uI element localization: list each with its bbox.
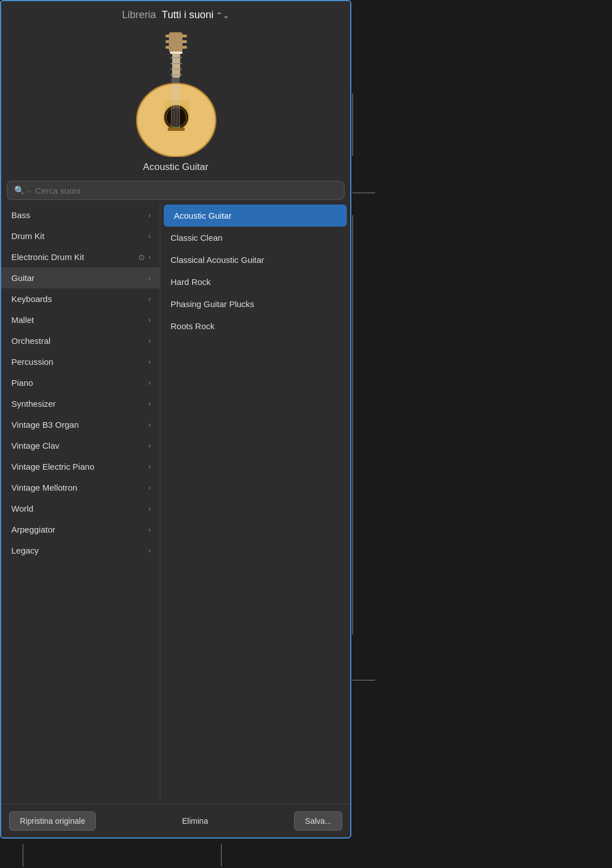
category-label-keyboards: Keyboards xyxy=(11,294,52,304)
category-right-vintage-b3-organ: › xyxy=(148,420,151,429)
category-item-vintage-electric-piano[interactable]: Vintage Electric Piano› xyxy=(1,456,160,477)
category-item-world[interactable]: World› xyxy=(1,498,160,519)
chevron-right-icon-guitar: › xyxy=(148,274,151,282)
dropdown-label: Tutti i suoni xyxy=(162,9,213,21)
category-item-legacy[interactable]: Legacy› xyxy=(1,540,160,561)
annotation-line-delete xyxy=(221,844,222,867)
category-right-mallet: › xyxy=(148,316,151,324)
category-item-synthesizer[interactable]: Synthesizer› xyxy=(1,393,160,414)
category-label-bass: Bass xyxy=(11,210,30,220)
category-item-piano[interactable]: Piano› xyxy=(1,372,160,393)
chevron-right-icon-keyboards: › xyxy=(148,295,151,303)
instrument-image-area: Acoustic Guitar xyxy=(1,27,350,181)
category-label-vintage-mellotron: Vintage Mellotron xyxy=(11,483,77,492)
category-right-guitar: › xyxy=(148,274,151,282)
chevron-right-icon-orchestral: › xyxy=(148,337,151,345)
category-right-piano: › xyxy=(148,378,151,387)
chevron-right-icon-percussion: › xyxy=(148,358,151,366)
annotation-line-search xyxy=(352,193,375,193)
category-item-keyboards[interactable]: Keyboards› xyxy=(1,288,160,309)
category-item-vintage-b3-organ[interactable]: Vintage B3 Organ› xyxy=(1,414,160,435)
list-area: Bass›Drum Kit›Electronic Drum Kit⊙›Guita… xyxy=(1,200,350,804)
category-right-electronic-drum-kit: ⊙› xyxy=(138,253,151,262)
category-item-vintage-clav[interactable]: Vintage Clav› xyxy=(1,435,160,456)
category-label-electronic-drum-kit: Electronic Drum Kit xyxy=(11,252,84,262)
category-right-vintage-electric-piano: › xyxy=(148,462,151,471)
chevron-updown-icon: ⌃⌄ xyxy=(216,11,230,19)
chevron-right-icon-synthesizer: › xyxy=(148,399,151,408)
category-label-vintage-electric-piano: Vintage Electric Piano xyxy=(11,462,94,471)
annotation-line-list xyxy=(352,215,353,635)
instrument-name: Acoustic Guitar xyxy=(143,161,208,173)
library-label: Libreria xyxy=(122,9,156,21)
annotation-line-footer xyxy=(352,680,375,680)
category-right-world: › xyxy=(148,504,151,513)
category-label-orchestral: Orchestral xyxy=(11,336,50,346)
category-item-drum-kit[interactable]: Drum Kit› xyxy=(1,225,160,246)
category-right-synthesizer: › xyxy=(148,399,151,408)
chevron-right-icon-bass: › xyxy=(148,211,151,219)
chevron-right-icon-drum-kit: › xyxy=(148,232,151,240)
chevron-right-icon-vintage-b3-organ: › xyxy=(148,420,151,429)
search-bar[interactable]: 🔍 ⌄ xyxy=(7,181,345,200)
chevron-right-icon-electronic-drum-kit: › xyxy=(148,253,151,261)
category-label-drum-kit: Drum Kit xyxy=(11,231,44,241)
category-right-drum-kit: › xyxy=(148,232,151,240)
chevron-right-icon-vintage-clav: › xyxy=(148,441,151,450)
category-item-bass[interactable]: Bass› xyxy=(1,205,160,225)
category-label-world: World xyxy=(11,504,33,513)
preset-item-classical-acoustic-guitar[interactable]: Classical Acoustic Guitar xyxy=(160,249,350,271)
category-item-arpeggiator[interactable]: Arpeggiator› xyxy=(1,519,160,540)
download-icon-electronic-drum-kit: ⊙ xyxy=(138,253,145,262)
svg-rect-7 xyxy=(169,32,182,52)
svg-rect-26 xyxy=(168,127,185,131)
chevron-right-icon-vintage-electric-piano: › xyxy=(148,462,151,471)
category-label-vintage-clav: Vintage Clav xyxy=(11,441,60,450)
category-right-keyboards: › xyxy=(148,295,151,303)
search-icon: 🔍 xyxy=(14,185,25,195)
chevron-right-icon-mallet: › xyxy=(148,316,151,324)
search-input[interactable] xyxy=(35,186,337,195)
preset-item-phasing-guitar-plucks[interactable]: Phasing Guitar Plucks xyxy=(160,293,350,315)
chevron-right-icon-legacy: › xyxy=(148,546,151,555)
restore-original-button[interactable]: Ripristina originale xyxy=(9,811,96,831)
chevron-right-icon-vintage-mellotron: › xyxy=(148,483,151,492)
category-right-arpeggiator: › xyxy=(148,525,151,534)
preset-item-classic-clean[interactable]: Classic Clean xyxy=(160,227,350,249)
chevron-right-icon-piano: › xyxy=(148,378,151,387)
guitar-image xyxy=(125,32,227,157)
panel-header: Libreria Tutti i suoni ⌃⌄ xyxy=(1,1,350,27)
chevron-right-icon-arpeggiator: › xyxy=(148,525,151,534)
category-right-vintage-clav: › xyxy=(148,441,151,450)
save-button[interactable]: Salva... xyxy=(294,811,342,831)
category-right-legacy: › xyxy=(148,546,151,555)
category-right-percussion: › xyxy=(148,358,151,366)
category-item-electronic-drum-kit[interactable]: Electronic Drum Kit⊙› xyxy=(1,246,160,267)
preset-list: Acoustic GuitarClassic CleanClassical Ac… xyxy=(160,202,350,802)
preset-item-hard-rock[interactable]: Hard Rock xyxy=(160,271,350,293)
search-chevron-icon: ⌄ xyxy=(27,187,32,194)
delete-button[interactable]: Elimina xyxy=(176,812,214,830)
category-label-arpeggiator: Arpeggiator xyxy=(11,525,56,534)
category-right-bass: › xyxy=(148,211,151,219)
category-label-piano: Piano xyxy=(11,378,33,388)
preset-item-roots-rock[interactable]: Roots Rock xyxy=(160,315,350,337)
category-right-vintage-mellotron: › xyxy=(148,483,151,492)
category-label-synthesizer: Synthesizer xyxy=(11,399,56,409)
category-item-mallet[interactable]: Mallet› xyxy=(1,309,160,330)
annotation-line-top xyxy=(352,93,353,156)
category-label-guitar: Guitar xyxy=(11,273,35,283)
category-item-orchestral[interactable]: Orchestral› xyxy=(1,330,160,351)
category-label-vintage-b3-organ: Vintage B3 Organ xyxy=(11,420,79,429)
category-list: Bass›Drum Kit›Electronic Drum Kit⊙›Guita… xyxy=(1,202,160,802)
category-right-orchestral: › xyxy=(148,337,151,345)
chevron-right-icon-world: › xyxy=(148,504,151,513)
preset-item-acoustic-guitar[interactable]: Acoustic Guitar xyxy=(164,205,347,227)
category-item-vintage-mellotron[interactable]: Vintage Mellotron› xyxy=(1,477,160,498)
category-item-percussion[interactable]: Percussion› xyxy=(1,351,160,372)
sound-type-dropdown[interactable]: Tutti i suoni ⌃⌄ xyxy=(162,9,229,21)
library-panel: Libreria Tutti i suoni ⌃⌄ xyxy=(0,0,351,839)
footer: Ripristina originale Elimina Salva... xyxy=(1,804,350,837)
category-item-guitar[interactable]: Guitar› xyxy=(1,267,160,288)
category-label-legacy: Legacy xyxy=(11,546,39,555)
